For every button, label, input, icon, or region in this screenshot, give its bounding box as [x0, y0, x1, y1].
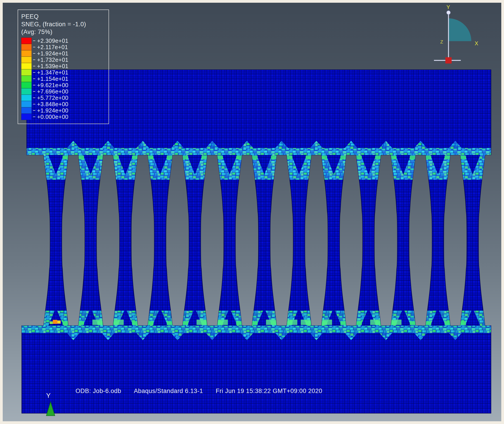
legend-tick — [33, 104, 35, 104]
legend-averaging: (Avg: 75%) — [21, 28, 105, 36]
hotspot-yellow — [57, 321, 61, 324]
legend-tick — [33, 98, 35, 98]
legend-value: +1.924e+01 — [37, 50, 68, 57]
legend-color-swatch — [21, 114, 32, 120]
legend: PEEQ SNEG, (fraction = -1.0) (Avg: 75%) … — [18, 10, 109, 124]
view-triad-icon: YXZ — [434, 4, 478, 64]
legend-tick — [33, 79, 35, 79]
legend-tick — [33, 53, 35, 54]
legend-entry: +1.924e+01 — [21, 50, 105, 56]
legend-color-swatch — [21, 107, 32, 114]
legend-scale: +2.309e+01+2.117e+01+1.924e+01+1.732e+01… — [21, 37, 105, 120]
hotspot-orange — [53, 320, 57, 324]
triad-y-label: Y — [447, 4, 450, 10]
legend-tick — [33, 91, 35, 92]
legend-tick — [33, 41, 35, 41]
legend-color-swatch — [21, 69, 32, 76]
legend-entry: +7.696e+00 — [21, 88, 105, 95]
legend-entry: +9.621e+00 — [21, 82, 105, 88]
legend-tick — [33, 47, 35, 47]
legend-value: +1.154e+01 — [37, 76, 68, 82]
solver-version: Abaqus/Standard 6.13-1 — [134, 387, 203, 395]
timestamp: Fri Jun 19 15:38:22 GMT+09:00 2020 — [216, 387, 322, 395]
legend-value: +1.539e+01 — [37, 63, 68, 69]
legend-tick — [33, 60, 35, 60]
hotspot-green — [50, 321, 53, 324]
triad-z-label: Z — [440, 39, 443, 44]
legend-value: +9.621e+00 — [37, 82, 68, 88]
legend-entry: +1.732e+01 — [21, 56, 105, 63]
legend-color-swatch — [21, 63, 32, 69]
odb-name: ODB: Job-6.odb — [76, 387, 121, 395]
legend-value: +1.924e+00 — [37, 107, 68, 114]
abaqus-window: YXZY PEEQ SNEG, (fraction = -1.0) (Avg: … — [0, 0, 504, 424]
legend-color-swatch — [21, 50, 32, 56]
legend-entry: +5.772e+00 — [21, 95, 105, 101]
legend-tick — [33, 72, 35, 73]
y-axis-label: Y — [46, 392, 51, 399]
legend-color-swatch — [21, 76, 32, 82]
legend-entry: +1.924e+00 — [21, 107, 105, 114]
legend-tick — [33, 117, 35, 117]
legend-tick — [33, 85, 35, 85]
legend-entry: +2.117e+01 — [21, 44, 105, 50]
legend-title: PEEQ — [21, 13, 105, 20]
legend-color-swatch — [21, 82, 32, 88]
legend-value: +1.732e+01 — [37, 56, 68, 63]
legend-value: +3.848e+00 — [37, 101, 68, 107]
legend-value: +7.696e+00 — [37, 88, 68, 95]
legend-color-swatch — [21, 88, 32, 95]
legend-subtitle: SNEG, (fraction = -1.0) — [21, 20, 105, 28]
legend-value: +2.117e+01 — [37, 44, 68, 50]
legend-color-swatch — [21, 37, 32, 44]
legend-entry: +3.848e+00 — [21, 101, 105, 107]
viewport[interactable]: YXZY PEEQ SNEG, (fraction = -1.0) (Avg: … — [3, 3, 501, 421]
triad-x-label: X — [475, 41, 478, 46]
legend-value: +2.309e+01 — [37, 37, 68, 44]
triad-quarter-disc — [449, 18, 471, 41]
legend-color-swatch — [21, 101, 32, 107]
legend-value: +1.347e+01 — [37, 69, 68, 76]
status-line: ODB: Job-6.odb Abaqus/Standard 6.13-1 Fr… — [76, 387, 322, 395]
legend-entry: +1.347e+01 — [21, 69, 105, 76]
triad-top-ball — [447, 11, 450, 14]
legend-value: +5.772e+00 — [37, 95, 68, 101]
legend-color-swatch — [21, 95, 32, 101]
legend-color-swatch — [21, 56, 32, 63]
legend-entry: +0.000e+00 — [21, 114, 105, 120]
legend-tick — [33, 110, 35, 111]
legend-color-swatch — [21, 44, 32, 50]
legend-tick — [33, 66, 35, 66]
legend-entry: +2.309e+01 — [21, 37, 105, 44]
legend-value: +0.000e+00 — [37, 114, 68, 120]
triad-origin-marker — [445, 57, 452, 64]
legend-entry: +1.154e+01 — [21, 76, 105, 82]
legend-entry: +1.539e+01 — [21, 63, 105, 69]
